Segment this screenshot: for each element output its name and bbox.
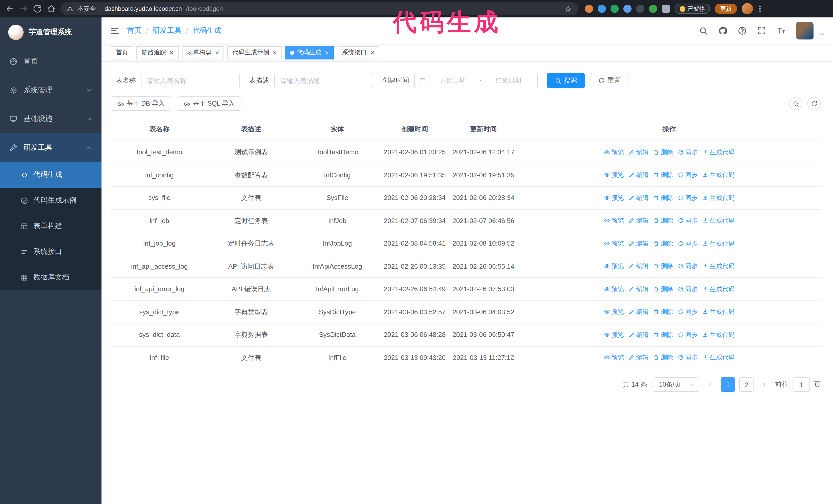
delete-link[interactable]: 删除 <box>653 353 673 362</box>
tab-close-icon[interactable]: × <box>325 49 329 56</box>
edit-link[interactable]: 编辑 <box>628 170 648 180</box>
home-icon[interactable] <box>47 4 56 13</box>
sync-link[interactable]: 同步 <box>678 148 698 157</box>
user-avatar[interactable] <box>796 22 813 39</box>
generate-code-link[interactable]: 生成代码 <box>702 239 735 248</box>
edit-link[interactable]: 编辑 <box>628 353 648 362</box>
page-number-button[interactable]: 1 <box>721 377 735 392</box>
browser-profile-avatar[interactable] <box>742 3 753 14</box>
browser-update-button[interactable]: 更新 <box>715 4 737 14</box>
back-icon[interactable] <box>5 4 14 13</box>
tab[interactable]: 首页 <box>111 46 133 59</box>
preview-link[interactable]: 预览 <box>604 307 624 317</box>
table-name-input[interactable] <box>141 73 240 88</box>
sidebar-item-home[interactable]: 首页 <box>0 47 101 76</box>
delete-link[interactable]: 删除 <box>653 262 673 271</box>
tab[interactable]: 代码生成示例 × <box>227 46 282 59</box>
sync-link[interactable]: 同步 <box>678 285 698 294</box>
generate-code-link[interactable]: 生成代码 <box>702 193 735 202</box>
sync-link[interactable]: 同步 <box>678 170 698 180</box>
breadcrumb-section[interactable]: 研发工具 <box>153 26 182 35</box>
table-desc-input[interactable] <box>274 73 373 88</box>
generate-code-link[interactable]: 生成代码 <box>702 330 735 339</box>
generate-code-link[interactable]: 生成代码 <box>702 285 735 294</box>
forward-icon[interactable] <box>19 4 28 13</box>
sidebar-item-devtools[interactable]: 研发工具 <box>0 133 101 162</box>
edit-link[interactable]: 编辑 <box>628 330 648 339</box>
puzzle-extension-icon[interactable] <box>662 5 670 13</box>
goto-page-input[interactable] <box>792 377 810 392</box>
import-db-button[interactable]: 基于 DB 导入 <box>111 96 171 111</box>
caret-down-icon[interactable] <box>819 31 825 37</box>
sync-link[interactable]: 同步 <box>678 330 698 339</box>
extension-icon[interactable] <box>611 5 619 13</box>
tab-close-icon[interactable]: × <box>170 49 173 56</box>
preview-link[interactable]: 预览 <box>604 193 624 202</box>
preview-link[interactable]: 预览 <box>604 239 624 248</box>
preview-link[interactable]: 预览 <box>604 353 624 362</box>
paused-badge[interactable]: 已暂停 <box>674 4 710 14</box>
browser-menu-icon[interactable] <box>758 5 762 12</box>
import-sql-button[interactable]: 基于 SQL 导入 <box>177 96 241 111</box>
page-number-button[interactable]: 2 <box>739 377 754 392</box>
edit-link[interactable]: 编辑 <box>628 285 648 294</box>
edit-link[interactable]: 编辑 <box>628 262 648 271</box>
delete-link[interactable]: 删除 <box>653 216 673 225</box>
sidebar-item-system[interactable]: 系统管理 <box>0 76 101 104</box>
preview-link[interactable]: 预览 <box>604 330 624 339</box>
edit-link[interactable]: 编辑 <box>628 216 648 225</box>
sync-link[interactable]: 同步 <box>678 216 698 225</box>
extension-icon[interactable] <box>585 5 593 13</box>
generate-code-link[interactable]: 生成代码 <box>702 216 735 225</box>
delete-link[interactable]: 删除 <box>653 307 673 317</box>
extension-icon[interactable] <box>598 5 606 13</box>
preview-link[interactable]: 预览 <box>604 148 624 157</box>
edit-link[interactable]: 编辑 <box>628 307 648 317</box>
font-size-icon[interactable] <box>777 26 786 35</box>
edit-link[interactable]: 编辑 <box>628 193 648 202</box>
sidebar-item-codegen-example[interactable]: 代码生成示例 <box>0 188 101 213</box>
hamburger-icon[interactable] <box>110 25 120 35</box>
delete-link[interactable]: 删除 <box>653 148 673 157</box>
generate-code-link[interactable]: 生成代码 <box>702 148 735 157</box>
tab[interactable]: 系统接口 × <box>337 46 379 59</box>
preview-link[interactable]: 预览 <box>604 262 624 271</box>
tab-close-icon[interactable]: × <box>273 49 277 56</box>
tab-close-icon[interactable]: × <box>371 49 374 56</box>
date-range-picker[interactable]: 开始日期 - 结束日期 <box>414 73 538 88</box>
sidebar-item-form-builder[interactable]: 表单构建 <box>0 213 101 239</box>
edit-link[interactable]: 编辑 <box>628 148 648 157</box>
refresh-table-button[interactable] <box>807 97 821 110</box>
generate-code-link[interactable]: 生成代码 <box>702 353 735 362</box>
edit-link[interactable]: 编辑 <box>628 239 648 248</box>
delete-link[interactable]: 删除 <box>653 330 673 339</box>
sync-link[interactable]: 同步 <box>678 262 698 271</box>
generate-code-link[interactable]: 生成代码 <box>702 262 735 271</box>
preview-link[interactable]: 预览 <box>604 216 624 225</box>
extension-icon[interactable] <box>649 5 657 13</box>
delete-link[interactable]: 删除 <box>653 285 673 294</box>
delete-link[interactable]: 删除 <box>653 170 673 180</box>
reload-icon[interactable] <box>33 4 42 13</box>
sidebar-item-infra[interactable]: 基础设施 <box>0 104 101 133</box>
sync-link[interactable]: 同步 <box>678 193 698 202</box>
search-button[interactable]: 搜索 <box>547 73 585 88</box>
bookmark-star-icon[interactable] <box>564 5 572 13</box>
sync-link[interactable]: 同步 <box>678 353 698 362</box>
search-icon[interactable] <box>699 26 708 35</box>
delete-link[interactable]: 删除 <box>653 239 673 248</box>
prev-page-button[interactable] <box>704 377 716 392</box>
page-size-select[interactable]: 10条/页 <box>652 377 699 392</box>
sidebar-item-db-docs[interactable]: 数据库文档 <box>0 265 101 290</box>
security-label[interactable]: 不安全 <box>77 4 96 13</box>
address-bar[interactable]: 不安全 dashboard.yudao.iocoder.cn/tool/code… <box>61 2 578 16</box>
sidebar-item-codegen[interactable]: 代码生成 <box>0 162 101 188</box>
tab-close-icon[interactable]: × <box>215 49 219 56</box>
sidebar-item-system-api[interactable]: 系统接口 <box>0 239 101 265</box>
extension-icon[interactable] <box>623 5 632 13</box>
delete-link[interactable]: 删除 <box>653 193 673 202</box>
help-icon[interactable] <box>738 26 747 35</box>
preview-link[interactable]: 预览 <box>604 170 624 180</box>
github-icon[interactable] <box>718 26 728 35</box>
tab[interactable]: 代码生成 × <box>285 46 334 59</box>
